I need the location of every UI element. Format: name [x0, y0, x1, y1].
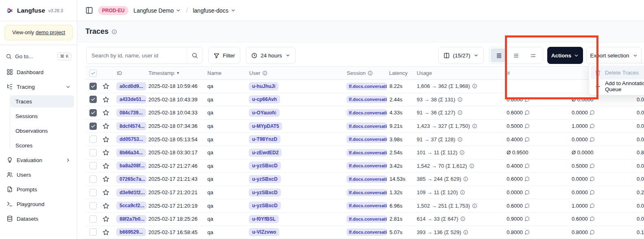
export-selection-button[interactable]: Export selection: [586, 47, 642, 64]
user-badge[interactable]: u-cp66Avh: [249, 95, 280, 103]
row-checkbox[interactable]: [89, 228, 97, 236]
table-row[interactable]: 8b66a34...2025-02-18 03:30:17qau-zEwdED2…: [85, 146, 644, 160]
sidebar-item-sessions[interactable]: Sessions: [11, 110, 74, 122]
table-row[interactable]: 07265c7a...2025-02-17 21:21:43qau-yzSBxc…: [85, 173, 644, 186]
actions-button[interactable]: Actions: [547, 47, 583, 64]
search-input[interactable]: [87, 47, 187, 64]
session-badge[interactable]: lf.docs.conversation...: [346, 96, 387, 103]
sidebar-item-playground[interactable]: Playground: [3, 198, 74, 210]
session-badge[interactable]: lf.docs.conversation...: [346, 109, 387, 116]
info-icon[interactable]: [472, 83, 477, 89]
row-checkbox[interactable]: [89, 149, 97, 156]
panel-left-icon[interactable]: [85, 7, 93, 14]
trace-id-badge[interactable]: ba8a208f...: [116, 162, 146, 170]
user-badge[interactable]: u-huJhuJi: [249, 82, 278, 90]
row-checkbox[interactable]: [89, 83, 97, 90]
sidebar-item-users[interactable]: Users: [3, 169, 74, 181]
table-row[interactable]: b669529...2025-02-17 16:58:45qau-VIZzvwo…: [85, 226, 644, 239]
demo-project-link[interactable]: demo project: [36, 30, 65, 35]
star-icon[interactable]: [102, 109, 109, 116]
column-visibility-button[interactable]: (15/27): [438, 47, 484, 64]
user-badge[interactable]: u-OYauofc: [249, 109, 280, 117]
info-icon[interactable]: [472, 203, 477, 208]
info-icon[interactable]: [469, 163, 474, 169]
session-badge[interactable]: lf.docs.conversation...: [346, 136, 387, 143]
menu-item-delete-traces[interactable]: Delete Traces: [591, 66, 644, 79]
sidebar-item-prompts[interactable]: Prompts: [3, 183, 74, 195]
user-badge[interactable]: u-yzSBxcD: [249, 162, 281, 170]
star-icon[interactable]: [102, 123, 109, 129]
user-badge[interactable]: u-f0YfBSL: [249, 215, 279, 223]
row-height-medium-button[interactable]: [508, 48, 524, 62]
comment-bubble-icon[interactable]: [590, 203, 595, 208]
table-row[interactable]: 084c739...2025-02-18 10:04:33qau-OYauofc…: [85, 106, 644, 120]
sidebar-item-scores[interactable]: Scores: [11, 139, 74, 151]
star-icon[interactable]: [102, 83, 109, 90]
star-icon[interactable]: [102, 215, 109, 222]
table-row[interactable]: dd05753...2025-02-18 05:13:54qau-T98YnzD…: [85, 133, 644, 146]
comment-bubble-icon[interactable]: [590, 110, 595, 115]
comment-bubble-icon[interactable]: [590, 123, 595, 129]
row-checkbox[interactable]: [89, 109, 97, 116]
session-badge[interactable]: lf.docs.conversation...: [346, 123, 387, 130]
info-icon[interactable]: [472, 123, 477, 129]
comment-bubble-icon[interactable]: [590, 190, 595, 195]
trace-id-badge[interactable]: b669529...: [116, 228, 146, 236]
sidebar-item-tracing[interactable]: Tracing: [3, 81, 74, 93]
comment-bubble-icon[interactable]: [524, 190, 530, 195]
comment-bubble-icon[interactable]: [524, 137, 530, 142]
trace-id-badge[interactable]: 88f2a7b0...: [116, 215, 146, 223]
trace-id-badge[interactable]: a0cd0d9...: [116, 82, 146, 90]
session-badge[interactable]: lf.docs.conversation...: [346, 149, 387, 156]
row-checkbox[interactable]: [89, 189, 97, 196]
user-badge[interactable]: u-T98YnzD: [249, 135, 281, 143]
comment-bubble-icon[interactable]: [524, 123, 530, 129]
star-icon[interactable]: [102, 136, 109, 143]
star-icon[interactable]: [102, 202, 109, 209]
session-badge[interactable]: lf.docs.conversation...: [346, 202, 387, 209]
info-icon[interactable]: [457, 110, 463, 115]
goto-search[interactable]: Go to... ⌘ K: [3, 50, 74, 63]
sidebar-item-observations[interactable]: Observations: [11, 125, 74, 137]
user-badge[interactable]: u-yzSBxcD: [249, 202, 281, 210]
trace-id-badge[interactable]: 8b66a34...: [116, 149, 146, 157]
user-badge[interactable]: u-yzSBxcD: [249, 189, 281, 197]
org-switcher[interactable]: Langfuse Demo: [133, 7, 181, 14]
comment-bubble-icon[interactable]: [590, 216, 595, 221]
column-header-user[interactable]: User: [247, 70, 345, 76]
info-icon[interactable]: [460, 216, 466, 221]
comment-bubble-icon[interactable]: [524, 176, 530, 182]
row-checkbox[interactable]: [89, 202, 97, 209]
trace-id-badge[interactable]: 8dcf4574...: [116, 122, 146, 130]
info-icon[interactable]: [460, 190, 465, 195]
sidebar-item-traces[interactable]: Traces: [11, 95, 74, 107]
comment-bubble-icon[interactable]: [590, 230, 595, 235]
row-checkbox[interactable]: [89, 162, 97, 169]
project-switcher[interactable]: langfuse-docs: [193, 7, 235, 14]
sidebar-item-dashboard[interactable]: Dashboard: [3, 66, 74, 78]
comment-bubble-icon[interactable]: [590, 176, 595, 182]
comment-bubble-icon[interactable]: [524, 110, 530, 115]
table-row[interactable]: 8dcf4574...2025-02-18 07:34:36qau-MYpDAT…: [85, 120, 644, 133]
column-header-usage[interactable]: Usage: [415, 70, 505, 76]
info-icon[interactable]: [463, 176, 468, 182]
sidebar-item-evaluation[interactable]: Evaluation: [3, 154, 74, 166]
session-badge[interactable]: lf.docs.conversation...: [346, 175, 387, 183]
column-header-name[interactable]: Name: [205, 70, 247, 76]
row-checkbox[interactable]: [89, 175, 97, 183]
star-icon[interactable]: [102, 229, 109, 236]
user-badge[interactable]: u-MYpDAT5: [249, 122, 282, 130]
user-badge[interactable]: u-VIZzvwo: [249, 228, 279, 236]
row-height-small-button[interactable]: [491, 48, 507, 62]
session-badge[interactable]: lf.docs.conversation...: [346, 215, 387, 223]
row-checkbox[interactable]: [89, 123, 97, 130]
comment-bubble-icon[interactable]: [524, 97, 530, 102]
trace-id-badge[interactable]: dd05753...: [116, 135, 146, 143]
comment-bubble-icon[interactable]: [524, 203, 530, 208]
column-header-timestamp[interactable]: Timestamp▼: [146, 70, 205, 76]
search-submit-icon[interactable]: [187, 47, 202, 64]
info-icon[interactable]: [459, 150, 465, 155]
trace-id-badge[interactable]: a433de51...: [116, 95, 146, 103]
filter-button[interactable]: Filter: [208, 47, 240, 64]
session-badge[interactable]: lf.docs.conversation...: [346, 83, 387, 90]
